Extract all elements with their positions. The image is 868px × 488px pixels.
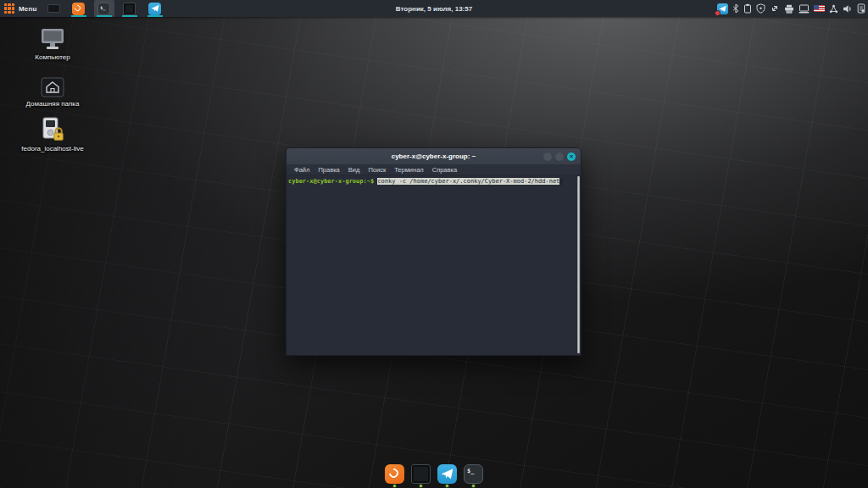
dock-item-terminal[interactable]: $_ [464, 464, 483, 487]
menu-file[interactable]: Файл [294, 166, 309, 174]
panel-clock[interactable]: Вторник, 5 июля, 13:57 [396, 5, 472, 13]
menu-terminal[interactable]: Терминал [394, 166, 424, 174]
display-icon [123, 3, 136, 15]
window-buttons: × [543, 152, 576, 161]
desktop: { "panel": { "menu_label": "Menu", "cloc… [0, 0, 868, 488]
taskbar-item-budgie[interactable] [69, 0, 89, 17]
desktop-icon-fedora-drive[interactable]: fedora_localhost-live [17, 117, 88, 153]
display-icon [411, 464, 431, 484]
taskbar-item-display[interactable] [120, 0, 140, 17]
budgie-icon [385, 464, 404, 484]
menu-edit[interactable]: Правка [318, 166, 339, 174]
menu-label: Menu [19, 5, 37, 13]
dock: $_ [385, 464, 483, 487]
top-panel: Menu $_ Вторник, 5 июля, 13:57 [0, 0, 868, 17]
running-indicator [420, 485, 422, 487]
desktop-icon-label: fedora_localhost-live [21, 145, 83, 153]
notification-badge [715, 10, 721, 16]
dock-item-display[interactable] [411, 464, 431, 487]
running-indicator [446, 485, 448, 487]
network-share-icon[interactable] [829, 4, 838, 14]
desktop-icon-computer[interactable]: Компьютер [17, 28, 88, 62]
command-selected-text: conky -c /home/cyber-x/.conky/Cyber-X-mo… [377, 178, 563, 185]
close-icon: × [570, 152, 574, 160]
running-indicator [393, 485, 396, 487]
clipboard-icon[interactable] [743, 3, 752, 14]
sync-arrows-icon[interactable] [770, 3, 780, 14]
display-tray-icon[interactable] [798, 4, 810, 14]
volume-icon[interactable] [843, 4, 853, 14]
terminal-icon: $_ [464, 464, 483, 484]
workspace-pager-icon[interactable] [47, 4, 60, 13]
menu-grid-icon [4, 3, 14, 14]
shield-icon[interactable] [756, 3, 765, 14]
menu-search[interactable]: Поиск [368, 166, 386, 174]
minimize-button[interactable] [543, 152, 552, 161]
dock-item-budgie[interactable] [385, 464, 404, 487]
telegram-notification-icon[interactable] [717, 3, 728, 14]
telegram-icon [437, 464, 457, 484]
taskbar-item-telegram[interactable] [145, 0, 165, 17]
menu-view[interactable]: Вид [348, 166, 360, 174]
desktop-icon-label: Компьютер [35, 53, 70, 62]
running-indicator [472, 485, 475, 487]
window-title: cyber-x@cyber-x-group: ~ [392, 152, 476, 160]
terminal-screen[interactable]: cyber-x@cyber-x-group:~$ conky -c /home/… [287, 175, 581, 355]
terminal-titlebar[interactable]: cyber-x@cyber-x-group: ~ × [287, 148, 581, 164]
dock-item-telegram[interactable] [437, 464, 457, 487]
locked-drive-icon [40, 117, 65, 142]
terminal-icon: $_ [97, 3, 110, 15]
close-button[interactable]: × [567, 152, 576, 161]
notes-icon[interactable] [857, 3, 865, 14]
shell-prompt: cyber-x@cyber-x-group:~$ [288, 178, 374, 185]
computer-monitor-icon [39, 28, 66, 51]
printer-icon[interactable] [784, 4, 794, 14]
taskbar-item-terminal[interactable]: $_ [94, 0, 114, 17]
terminal-window: cyber-x@cyber-x-group: ~ × Файл Правка В… [286, 147, 581, 356]
desktop-icon-home-folder[interactable]: Домашняя папка [17, 77, 88, 108]
taskbar: $_ [69, 0, 165, 17]
system-tray [717, 0, 865, 17]
budgie-icon [72, 3, 85, 15]
telegram-icon [148, 3, 161, 15]
desktop-icon-label: Домашняя папка [26, 100, 80, 108]
keyboard-layout-us-flag[interactable] [814, 5, 825, 12]
terminal-menubar: Файл Правка Вид Поиск Терминал Справка [287, 164, 581, 175]
text-cursor [559, 178, 563, 185]
bluetooth-icon[interactable] [732, 3, 739, 14]
maximize-button[interactable] [555, 152, 564, 161]
menu-button[interactable]: Menu [0, 0, 44, 17]
menu-help[interactable]: Справка [432, 166, 457, 174]
terminal-scrollbar[interactable] [577, 176, 580, 353]
home-folder-icon [41, 77, 64, 97]
